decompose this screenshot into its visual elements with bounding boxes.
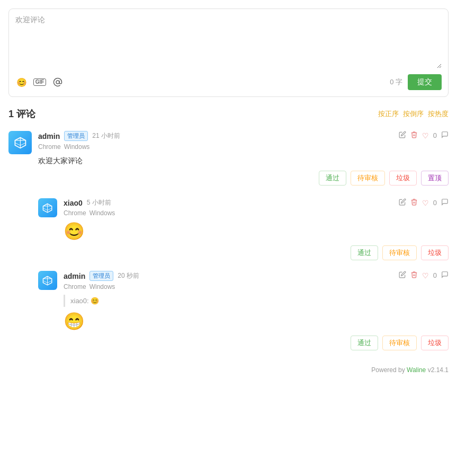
replies-section: xiao0 5 小时前 [38,198,449,350]
gif-icon[interactable]: GIF [33,76,46,89]
reply-content: xiao0 5 小时前 [64,198,449,260]
svg-line-14 [43,280,48,283]
sort-desc[interactable]: 按倒序 [403,109,424,119]
like-icon[interactable]: ♡ [422,271,429,280]
reply-browser-tags: Chrome Windows [64,283,449,290]
approve-button[interactable]: 通过 [319,171,346,186]
like-count: 0 [433,199,437,207]
delete-icon[interactable] [410,271,418,280]
reply-meta: xiao0 5 小时前 [64,198,111,207]
browser-tag: Chrome [64,283,86,290]
os-tag: Windows [64,143,90,151]
like-icon[interactable]: ♡ [422,199,429,207]
reply-icon[interactable] [441,271,449,280]
approve-button[interactable]: 通过 [351,245,378,260]
comment-actions: ♡ 0 [399,131,449,140]
toolbar-right: 0 字 提交 [390,74,442,90]
admin-badge: 管理员 [89,271,113,281]
comments-header: 1 评论 按正序 按倒序 按热度 [8,108,449,120]
reply-actions: ♡ 0 [399,271,449,280]
spam-button[interactable]: 垃圾 [421,336,449,350]
edit-icon[interactable] [399,198,406,207]
comments-count: 1 评论 [8,108,35,120]
edit-icon[interactable] [399,271,406,280]
reply-icon[interactable] [441,198,449,207]
reply-emoji: 😁 [64,311,449,331]
comment-item: admin 管理员 21 小时前 [8,131,449,186]
os-tag: Windows [89,209,115,217]
reply-item: admin 管理员 20 秒前 [38,271,449,350]
reply-time: 20 秒前 [118,271,139,280]
admin-badge: 管理员 [64,131,88,141]
avatar-small [38,271,57,290]
like-count: 0 [433,131,437,139]
svg-line-4 [15,143,20,145]
browser-tag: Chrome [64,209,86,217]
reply-mod-bar: 通过 待审核 垃圾 [64,245,449,260]
sort-asc[interactable]: 按正序 [378,109,399,119]
comment-input-box: 😊 GIF 0 字 提交 [8,8,449,97]
review-button[interactable]: 待审核 [382,245,417,260]
svg-line-9 [43,208,48,210]
moderation-bar: 通过 待审核 垃圾 置顶 [38,171,449,186]
at-icon[interactable] [51,76,64,89]
comment-text: 欢迎大家评论 [38,155,449,166]
input-toolbar: 😊 GIF 0 字 提交 [15,74,442,90]
os-tag: Windows [89,283,115,290]
emoji-icon[interactable]: 😊 [15,76,28,89]
edit-icon[interactable] [399,131,406,140]
toolbar-left: 😊 GIF [15,76,64,89]
comment-row: admin 管理员 21 小时前 [38,131,449,143]
avatar [8,131,32,154]
comment-time: 21 小时前 [92,131,120,140]
like-count: 0 [433,271,437,279]
reply-actions: ♡ 0 [399,198,449,207]
svg-point-0 [56,81,59,84]
avatar-small [38,198,57,217]
svg-line-15 [48,280,52,283]
comment-meta: admin 管理员 21 小时前 [38,131,120,141]
comments-list: admin 管理员 21 小时前 [8,131,449,350]
review-button[interactable]: 待审核 [382,336,417,350]
reply-emoji: 😊 [64,221,449,241]
reply-time: 5 小时前 [87,198,111,207]
reply-mod-bar: 通过 待审核 垃圾 [64,336,449,350]
version-label: v2.14.1 [428,366,449,374]
quote-block: xiao0: 😊 [64,295,449,307]
reply-item: xiao0 5 小时前 [38,198,449,260]
review-button[interactable]: 待审核 [351,171,385,186]
reply-author: admin [64,272,85,280]
like-icon[interactable]: ♡ [422,131,429,140]
submit-button[interactable]: 提交 [408,74,442,90]
svg-line-5 [20,143,25,145]
browser-tag: Chrome [38,143,61,151]
reply-icon[interactable] [441,131,449,140]
char-count: 0 字 [390,77,402,87]
reply-row: xiao0 5 小时前 [64,198,449,209]
browser-tags: Chrome Windows [38,143,449,151]
gif-label: GIF [33,78,47,86]
sort-hot[interactable]: 按热度 [428,109,449,119]
comment-author: admin [38,132,60,140]
reply-browser-tags: Chrome Windows [64,209,449,217]
waline-link[interactable]: Waline [407,366,426,374]
svg-line-10 [48,208,52,210]
approve-button[interactable]: 通过 [351,336,378,350]
pin-button[interactable]: 置顶 [421,171,449,186]
comment-textarea[interactable] [15,15,442,68]
reply-author: xiao0 [64,199,83,207]
comment-content: admin 管理员 21 小时前 [38,131,449,186]
reply-meta: admin 管理员 20 秒前 [64,271,139,281]
delete-icon[interactable] [410,198,418,207]
sort-options: 按正序 按倒序 按热度 [378,109,449,119]
spam-button[interactable]: 垃圾 [389,171,417,186]
reply-content: admin 管理员 20 秒前 [64,271,449,350]
waline-footer: Powered by Waline v2.14.1 [8,366,449,374]
delete-icon[interactable] [410,131,418,140]
spam-button[interactable]: 垃圾 [421,245,449,260]
powered-by-text: Powered by [371,366,405,374]
reply-row: admin 管理员 20 秒前 [64,271,449,283]
